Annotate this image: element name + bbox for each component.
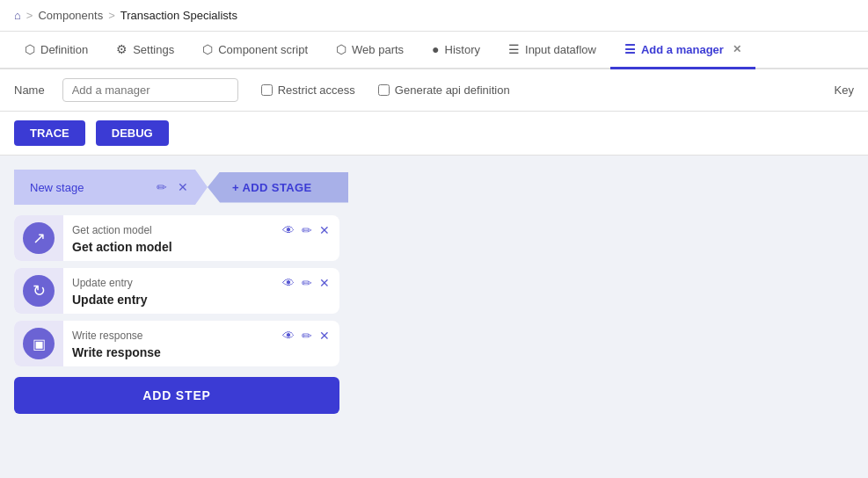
tab-add-a-manager-label: Add a manager <box>641 43 724 56</box>
generate-api-label: Generate api definition <box>395 83 510 97</box>
action-buttons-row: TRACE DEBUG <box>0 112 868 156</box>
step-2-view-button[interactable]: 👁 <box>281 275 295 291</box>
step-1-subtitle: Get action model <box>72 224 152 236</box>
component-script-icon: ⬡ <box>202 42 213 56</box>
step-1-edit-button[interactable]: ✏ <box>301 222 313 238</box>
step-3-view-button[interactable]: 👁 <box>281 328 295 344</box>
tab-add-a-manager[interactable]: ☰ Add a manager ✕ <box>610 32 755 69</box>
step-3-subtitle: Write response <box>72 330 142 342</box>
step-3-delete-button[interactable]: ✕ <box>318 328 331 344</box>
table-row: ↻ Update entry 👁 ✏ ✕ Update entry <box>14 268 339 314</box>
breadcrumb-components[interactable]: Components <box>38 9 103 22</box>
toolbar: Name Restrict access Generate api defini… <box>0 69 868 112</box>
breadcrumb: ⌂ > Components > Transaction Specialists <box>0 0 868 32</box>
step-1-title-row: Get action model 👁 ✏ ✕ <box>72 222 331 238</box>
tab-settings[interactable]: ⚙ Settings <box>102 32 188 69</box>
tab-component-script-label: Component script <box>218 43 308 56</box>
web-parts-icon: ⬡ <box>336 42 346 56</box>
add-step-button[interactable]: ADD STEP <box>14 377 339 414</box>
step-2-title: Update entry <box>72 293 331 307</box>
stage-new: New stage ✏ ✕ <box>14 170 208 205</box>
step-3-body: Write response 👁 ✏ ✕ Write response <box>63 321 339 366</box>
restrict-access-group: Restrict access <box>261 83 355 97</box>
tabs-bar: ⬡ Definition ⚙ Settings ⬡ Component scri… <box>0 32 868 69</box>
step-1-icon: ↗ <box>23 222 55 254</box>
table-row: ↗ Get action model 👁 ✏ ✕ Get action mode… <box>14 215 339 261</box>
restrict-access-label: Restrict access <box>278 83 355 97</box>
step-2-subtitle: Update entry <box>72 277 133 289</box>
stages-row: New stage ✏ ✕ + ADD STAGE <box>14 170 854 205</box>
breadcrumb-sep-2: > <box>108 9 115 22</box>
step-1-body: Get action model 👁 ✏ ✕ Get action model <box>63 215 339 261</box>
add-stage-button[interactable]: + ADD STAGE <box>208 172 348 203</box>
input-dataflow-icon: ☰ <box>508 42 520 56</box>
stage-label: New stage <box>30 181 84 194</box>
tab-settings-label: Settings <box>133 43 174 56</box>
add-manager-tab-icon: ☰ <box>624 42 636 56</box>
edit-stage-button[interactable]: ✏ <box>155 178 169 196</box>
step-3-icon-area: ▣ <box>14 321 63 366</box>
main-content: New stage ✏ ✕ + ADD STAGE ↗ Get action m… <box>0 156 868 478</box>
table-row: ▣ Write response 👁 ✏ ✕ Write response <box>14 321 339 366</box>
breadcrumb-current: Transaction Specialists <box>120 9 237 22</box>
step-2-icon: ↻ <box>23 275 55 307</box>
step-2-icon-area: ↻ <box>14 268 63 314</box>
tab-web-parts[interactable]: ⬡ Web parts <box>322 32 418 69</box>
step-1-icon-area: ↗ <box>14 215 63 261</box>
definition-icon: ⬡ <box>25 42 35 56</box>
tab-input-dataflow-label: Input dataflow <box>525 43 596 56</box>
steps-container: ↗ Get action model 👁 ✏ ✕ Get action mode… <box>14 215 339 414</box>
tab-definition[interactable]: ⬡ Definition <box>11 32 102 69</box>
stage-actions: ✏ ✕ <box>155 178 190 196</box>
step-3-title-row: Write response 👁 ✏ ✕ <box>72 328 331 344</box>
step-2-delete-button[interactable]: ✕ <box>318 275 331 291</box>
step-1-view-button[interactable]: 👁 <box>281 222 295 238</box>
name-label: Name <box>14 83 45 97</box>
step-1-delete-button[interactable]: ✕ <box>318 222 331 238</box>
step-1-actions: 👁 ✏ ✕ <box>281 222 331 238</box>
name-input[interactable] <box>62 78 238 102</box>
step-2-edit-button[interactable]: ✏ <box>301 275 313 291</box>
step-3-edit-button[interactable]: ✏ <box>301 328 313 344</box>
close-tab-icon[interactable]: ✕ <box>733 43 741 55</box>
breadcrumb-sep-1: > <box>26 9 33 22</box>
step-2-body: Update entry 👁 ✏ ✕ Update entry <box>63 268 339 314</box>
settings-icon: ⚙ <box>116 42 128 56</box>
debug-button[interactable]: DEBUG <box>96 120 169 146</box>
tab-history[interactable]: ● History <box>418 32 494 69</box>
generate-api-checkbox[interactable] <box>378 84 390 96</box>
step-3-icon: ▣ <box>23 328 55 359</box>
trace-button[interactable]: TRACE <box>14 120 85 146</box>
generate-api-group: Generate api definition <box>378 83 510 97</box>
step-3-actions: 👁 ✏ ✕ <box>281 328 331 344</box>
tab-component-script[interactable]: ⬡ Component script <box>188 32 322 69</box>
restrict-access-checkbox[interactable] <box>261 84 273 96</box>
key-label: Key <box>835 83 854 97</box>
tab-web-parts-label: Web parts <box>352 43 404 56</box>
tab-definition-label: Definition <box>40 43 88 56</box>
tab-input-dataflow[interactable]: ☰ Input dataflow <box>494 32 610 69</box>
history-icon: ● <box>432 42 439 56</box>
step-3-title: Write response <box>72 345 331 359</box>
step-2-actions: 👁 ✏ ✕ <box>281 275 331 291</box>
step-1-title: Get action model <box>72 240 331 254</box>
delete-stage-button[interactable]: ✕ <box>176 178 190 196</box>
step-2-title-row: Update entry 👁 ✏ ✕ <box>72 275 331 291</box>
home-icon[interactable]: ⌂ <box>14 9 21 22</box>
add-stage-label: + ADD STAGE <box>232 181 312 194</box>
tab-history-label: History <box>445 43 480 56</box>
